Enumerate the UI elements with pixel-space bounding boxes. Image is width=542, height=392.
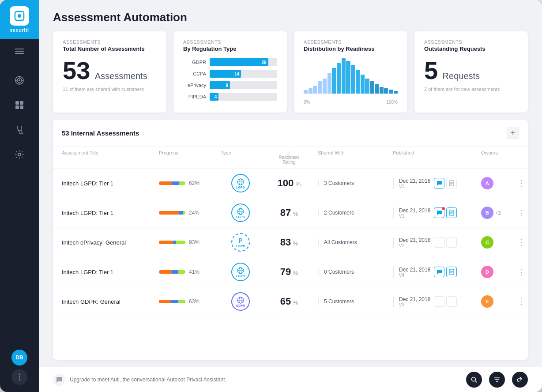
sidebar-item-dashboard[interactable] <box>8 94 31 117</box>
row-owners: B +2⋮ <box>481 207 525 219</box>
sidebar-item-privacy[interactable] <box>8 69 31 92</box>
progress-seg-3 <box>183 211 185 215</box>
col-readiness: ↓ Readiness Rating <box>260 150 318 165</box>
user-avatar-button[interactable]: DB <box>11 350 27 366</box>
row-menu-button[interactable]: ⋮ <box>517 237 525 247</box>
progress-pct: 93% <box>189 239 199 245</box>
dist-bar <box>356 70 360 94</box>
readiness-unit: % <box>296 181 301 188</box>
published-date: Dec 21, 2018 <box>399 178 430 184</box>
doc-icons <box>434 296 457 307</box>
sidebar-item-settings[interactable] <box>8 143 31 166</box>
row-type: P LGPD <box>221 233 260 252</box>
doc-icons <box>434 267 457 277</box>
stat-label-1: Assessments <box>183 39 277 45</box>
dist-bar <box>351 65 355 94</box>
readiness-number: 83 <box>280 237 291 248</box>
readiness-unit: % <box>293 299 298 306</box>
stat-title-3: Outstanding Requests <box>424 45 518 52</box>
stat-unit-0: Assessments <box>95 71 147 81</box>
bottom-actions <box>466 372 528 388</box>
search-button[interactable] <box>466 372 482 388</box>
dist-bar <box>332 68 336 94</box>
sidebar-more-button[interactable] <box>11 369 27 385</box>
reg-bar-track: 26 <box>210 58 277 66</box>
readiness-unit: % <box>293 211 298 217</box>
progress-seg-1 <box>159 211 179 215</box>
sidebar-nav <box>8 62 31 350</box>
row-shared: All Customers <box>318 239 393 245</box>
distribution-bars <box>304 58 398 94</box>
progress-seg-1 <box>159 270 172 274</box>
sidebar-logo[interactable]: securiti <box>0 0 39 39</box>
reg-bar-row: PIPEDA 4 <box>183 93 277 101</box>
published-info: Dec 21, 2018 V3 <box>399 178 430 189</box>
row-menu-button[interactable]: ⋮ <box>517 208 525 218</box>
table-row: Initech GDPR: General 63% GDPR 65 % 5 Cu… <box>53 287 528 317</box>
dist-bar <box>346 61 350 94</box>
stat-label-0: Assessments <box>63 39 157 45</box>
reg-bar-fill: 26 <box>210 58 268 66</box>
chat-doc-icon[interactable] <box>434 267 444 277</box>
table-row: Initech LGPD: Tier 1 41% LGPD 79 % 0 Cus… <box>53 257 528 287</box>
reg-bar-label: PIPEDA <box>183 94 206 99</box>
row-shared: 0 Customers <box>318 269 393 275</box>
dist-bar <box>384 88 388 94</box>
version-badge: V2 <box>399 243 430 248</box>
type-badge: LGPD <box>231 263 250 281</box>
owner-avatar: B <box>481 207 493 219</box>
row-title: Initech LGPD: Tier 1 <box>62 180 159 187</box>
filter-button[interactable] <box>489 372 505 388</box>
row-type: GDPR <box>221 292 260 311</box>
progress-seg-3 <box>178 300 185 303</box>
row-menu-button[interactable]: ⋮ <box>517 178 525 188</box>
chat-bubble: Upgrade to meet Auti, the conversational… <box>53 373 226 386</box>
reg-bar-label: ePrivacy <box>183 83 206 88</box>
stat-card-outstanding: Assessments Outstanding Requests 5 Reque… <box>414 31 528 113</box>
svg-rect-15 <box>20 106 23 109</box>
chat-doc-icon[interactable] <box>434 207 444 218</box>
row-progress: 63% <box>159 298 221 305</box>
table-row: Initech LGPD: Tier 1 62% LGPD 100 % 3 Cu… <box>53 169 528 198</box>
chat-message: Upgrade to meet Auti, the conversational… <box>70 377 226 383</box>
row-menu-button[interactable]: ⋮ <box>517 297 525 306</box>
page-title: Assessment Automation <box>53 11 528 24</box>
owner-avatar: E <box>481 295 493 308</box>
reg-bar-label: GDPR <box>183 60 206 65</box>
app-container: securiti <box>0 0 542 392</box>
progress-seg-2 <box>179 211 183 215</box>
row-progress: 93% <box>159 239 221 245</box>
type-badge: LGPD <box>231 174 250 192</box>
file-doc-icon[interactable] <box>446 207 457 218</box>
col-type: Type <box>221 150 260 165</box>
table-row: Initech ePrivacy: General 93% P LGPD 83 … <box>53 228 528 257</box>
menu-toggle-button[interactable] <box>0 41 39 62</box>
reg-bar-row: GDPR 26 <box>183 58 277 66</box>
row-menu-button[interactable]: ⋮ <box>517 267 525 277</box>
published-date: Dec 21, 2018 <box>399 207 430 214</box>
chat-doc-icon[interactable] <box>434 178 444 188</box>
row-title: Initech ePrivacy: General <box>62 239 159 246</box>
type-badge: LGPD <box>231 204 250 222</box>
share-button[interactable] <box>512 372 528 388</box>
dist-bar <box>380 87 384 94</box>
dist-bar <box>313 86 317 94</box>
add-assessment-button[interactable]: + <box>507 127 519 139</box>
row-owners: C ⋮ <box>481 236 525 249</box>
file-doc-icon[interactable] <box>446 178 457 188</box>
dist-bar <box>389 90 393 94</box>
svg-rect-13 <box>20 101 23 105</box>
page-header: Assessment Automation <box>39 0 542 31</box>
version-badge: V3 <box>399 302 430 307</box>
readiness-number: 79 <box>280 266 291 277</box>
progress-seg-3 <box>176 241 185 244</box>
readiness-unit: % <box>293 270 298 276</box>
svg-rect-4 <box>15 53 24 54</box>
stat-label-3: Assessments <box>424 39 518 45</box>
main-content: Assessment Automation Assessments Total … <box>39 0 542 392</box>
sidebar-item-tools[interactable] <box>8 118 31 141</box>
reg-bar-track: 4 <box>210 93 277 101</box>
table-title: 53 Internal Assessments <box>62 129 139 137</box>
file-doc-icon[interactable] <box>446 267 457 277</box>
row-shared: 5 Customers <box>318 298 393 305</box>
